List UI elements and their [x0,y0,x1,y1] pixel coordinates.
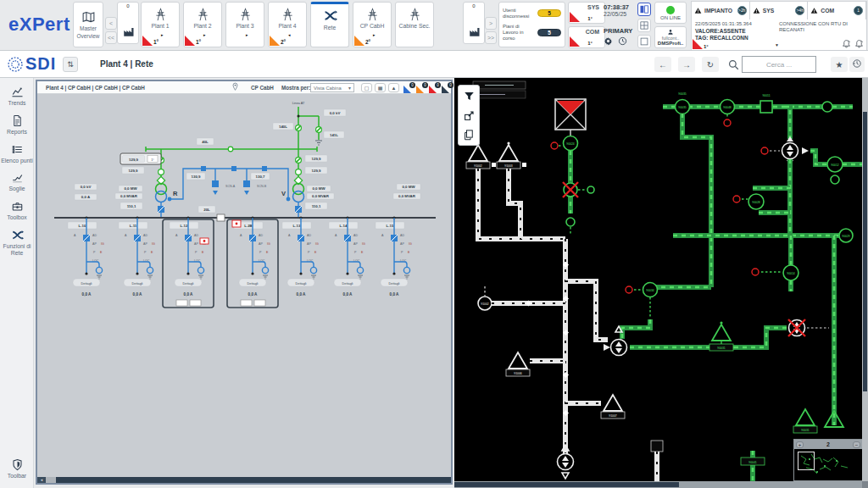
hv-source-substation[interactable] [555,99,586,136]
green-branch-90014[interactable]: 90014 [752,236,798,291]
recloser-node-d1[interactable]: 90012 [761,107,862,184]
breadcrumb[interactable]: Plant 4 | CP CabH | CP CabH | CP CabH [46,85,145,91]
minimap[interactable]: + 2 − [793,439,863,481]
sidebar-item-reports[interactable]: Reports [0,114,34,136]
hv-incoming-line[interactable]: Linea AT 0,0 kV 140L 141L [273,102,346,149]
feeder-l15[interactable]: L.15 AAD APIG PE LOC Dettagli 0,0 A [376,216,412,297]
history-button[interactable] [849,57,865,72]
green-feeder-trunk-left[interactable]: 90024 [551,136,594,236]
scroll-plants-right-fast-button[interactable]: >> [485,31,497,44]
feeder-action-button[interactable] [241,300,252,306]
feeder-l11[interactable]: L.11 AAD APIG PE LOC Dettagli 0,0 A [119,216,155,297]
view-select[interactable]: Vista Cabina ▾ [310,83,354,92]
transformer-v-bay[interactable]: 129,9 129,9 V 0,0 MW 0,0 MVAR 110,1 [281,149,334,218]
ack-bell-icon[interactable] [842,39,851,48]
feeder-l12[interactable]: L.12 AAD APIG PE LOC Dettagli 0,0 A [170,216,209,306]
transformer-r-bay[interactable]: 129,9 1° 129,9 R 0,0 MW 0,0 MVAR 110,1 [115,149,178,218]
white-triangle-substation-2[interactable]: 91003 [497,141,526,169]
layout-grid-button[interactable] [637,19,651,32]
green-bottom-chain[interactable]: 90034 [622,283,711,340]
scrollbar-thumb[interactable] [863,112,867,391]
hierarchy-sort-button[interactable]: ⇅ [63,57,78,72]
green-triangle-substation-1[interactable]: 90031 [709,321,733,351]
tab-cabine-sec[interactable]: Cabine Sec. [395,2,434,47]
zoom-in-button[interactable]: + [796,441,804,448]
refresh-button[interactable]: ↻ [702,57,719,72]
search-icon[interactable] [727,58,740,71]
work-plans-count[interactable]: 5 [537,29,561,36]
scroll-plants-left-button[interactable]: < [105,17,117,30]
feeder-l14[interactable]: L.14 AAD APIG PE LOC Dettagli 0,0 A [329,216,365,297]
table-mode-button[interactable]: ▦ [375,83,386,92]
layout-columns-button[interactable] [637,3,651,16]
alarm-counter-dark1[interactable]: 0 [442,82,453,93]
scrollbar-thumb[interactable] [56,477,451,483]
sidebar-item-toolbox[interactable]: Toolbox [0,200,34,221]
pin-icon[interactable] [231,82,240,92]
feeder-action-button[interactable] [190,300,201,306]
copy-button[interactable] [460,126,477,143]
forward-button[interactable]: → [678,57,695,72]
white-elbow-to-junction[interactable] [565,281,608,340]
green-cross-horizontal[interactable]: 90029 [673,229,853,242]
disconnected-users-count[interactable]: 5 [537,9,561,17]
white-feeder-lines[interactable] [478,169,569,458]
feeder-l10[interactable]: L.10 AAD APIG PE LOC Dettagli 0,0 A [68,216,104,297]
map-vertical-scrollbar[interactable] [862,78,868,481]
map-horizontal-scrollbar[interactable] [454,481,862,488]
feeder-action-button[interactable] [254,300,265,306]
diagram-horizontal-scrollbar[interactable]: ◂ [37,477,451,483]
alarm-detail[interactable]: 22/05/2025 01:31:35.364 VALORE:ASSENTE T… [692,19,866,50]
search-input[interactable] [742,56,816,73]
plants-group-right-button[interactable]: 0 [463,2,485,44]
sidebar-item-elenco-punti[interactable]: Elenco punti [0,143,34,164]
sidebar-item-funzioni-di-rete[interactable]: Funzioni di Rete [0,229,34,257]
white-triangle-substation-3[interactable]: 91006 [506,352,565,376]
tab-plant-4[interactable]: Plant 4 ◂ 2° [268,2,307,47]
sidebar-item-trends[interactable]: Trends [0,86,34,107]
tab-sys[interactable]: SYS >4h [750,2,809,19]
back-button[interactable]: ← [654,57,671,72]
sidebar-item-toolbar[interactable]: Toolbar [0,458,34,480]
alarm-counter-blue[interactable]: 0 [403,82,415,93]
ack-all-bell-icon[interactable] [854,39,864,48]
white-stub-circle-node[interactable]: 91002 [478,286,565,310]
minimap-viewport[interactable] [798,452,815,470]
tab-com[interactable]: COM 1 [808,2,866,19]
tab-cp-cabh[interactable]: CP CabH ▸ 2° [353,2,392,47]
expand-caret[interactable]: ▼ [775,42,779,47]
white-triangle-substation-1[interactable]: 91002 [466,141,496,169]
feeder-action-button[interactable] [176,300,187,306]
gear-icon[interactable] [604,36,613,46]
feeder-l13[interactable]: L.13 AAD APIG PE LOC Dettagli 0,0 A [282,216,319,297]
favorites-button[interactable]: ★ [831,57,848,72]
network-map[interactable]: 90024 90035 90035 90048 90011 [454,78,862,481]
green-main-vertical[interactable] [682,114,711,287]
alarm-counter-red[interactable]: 0 [429,82,441,93]
green-top-chain[interactable]: 90035 90035 90048 90011 [663,92,853,126]
scroll-left-arrow[interactable]: ◂ [37,477,46,483]
sidebar-item-soglie[interactable]: Soglie [0,171,34,192]
junction-node-white-green[interactable] [604,326,787,356]
white-triangle-substation-4[interactable]: 91007 [565,395,625,419]
open-link-button[interactable] [460,107,477,124]
com-status-card[interactable]: COM 1° [568,26,605,48]
layout-single-button[interactable] [637,35,651,48]
tab-impianto[interactable]: IMPIANTO >2h [692,2,750,19]
green-right-trunk[interactable] [825,236,843,427]
master-overview-button[interactable]: Master Overview [73,2,103,47]
alarm-list-button[interactable]: ▲ [388,83,399,92]
filter-button[interactable] [460,87,477,104]
plants-group-left-button[interactable]: 0 [117,2,139,44]
white-bottom-stub[interactable] [651,441,663,481]
tab-plant-1[interactable]: Plant 1 ▸ 1° [141,2,180,47]
alarm-counter-orange[interactable]: 0 [416,82,428,93]
scroll-plants-left-fast-button[interactable]: << [105,31,117,44]
clock-icon[interactable] [618,36,627,46]
feeder-l2b[interactable]: L.2B AAD APIG PE LOC Dettagli 0,0 A [232,216,270,306]
green-branch-90028[interactable]: 90028 [733,159,790,236]
scrollbar-thumb[interactable] [454,482,679,487]
sys-status-card[interactable]: SYS 1° [568,2,605,24]
user-profile-card[interactable]: fullcont.. DMSProfi.. [654,26,687,48]
scroll-plants-right-button[interactable]: > [485,17,497,30]
